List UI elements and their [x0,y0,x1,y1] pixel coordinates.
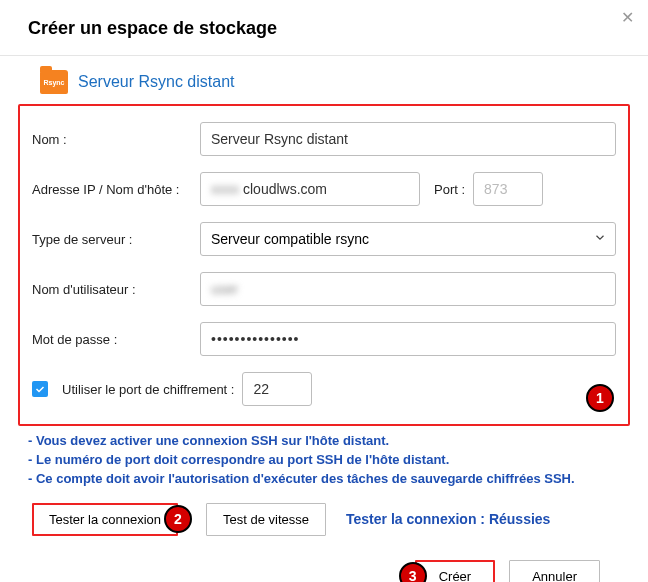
create-button[interactable]: Créer [415,560,496,582]
pass-input[interactable] [200,322,616,356]
port-label: Port : [434,182,465,197]
chevron-down-icon [593,231,607,248]
note-line-3: - Ce compte doit avoir l'autorisation d'… [28,470,620,489]
test-connection-button[interactable]: Tester la connexion [32,503,178,536]
encrypt-checkbox[interactable] [32,381,48,397]
name-label: Nom : [32,132,192,147]
note-line-2: - Le numéro de port doit correspondre au… [28,451,620,470]
notes: - Vous devez activer une connexion SSH s… [18,426,630,503]
test-speed-button[interactable]: Test de vitesse [206,503,326,536]
step-badge-1: 1 [586,384,614,412]
user-input[interactable]: user [200,272,616,306]
close-icon[interactable]: ✕ [621,10,634,26]
dialog-header: Créer un espace de stockage ✕ [0,0,648,56]
name-input[interactable] [200,122,616,156]
rsync-folder-icon: Rsync [40,70,68,94]
form-container: Nom : Adresse IP / Nom d'hôte : xxxx clo… [18,104,630,426]
test-result: Tester la connexion : Réussies [346,511,550,527]
host-label: Adresse IP / Nom d'hôte : [32,182,192,197]
host-input[interactable]: xxxx cloudlws.com [200,172,420,206]
encrypt-label: Utiliser le port de chiffrement : [62,382,234,397]
encrypt-port-input[interactable] [242,372,312,406]
note-line-1: - Vous devez activer une connexion SSH s… [28,432,620,451]
user-label: Nom d'utilisateur : [32,282,192,297]
step-badge-2: 2 [164,505,192,533]
dialog-title: Créer un espace de stockage [28,18,620,39]
servertype-label: Type de serveur : [32,232,192,247]
section-title-text: Serveur Rsync distant [78,73,235,91]
port-input[interactable] [473,172,543,206]
servertype-select[interactable]: Serveur compatible rsync [200,222,616,256]
section-title: Rsync Serveur Rsync distant [18,70,630,104]
dialog-content: Rsync Serveur Rsync distant Nom : Adress… [0,56,648,582]
cancel-button[interactable]: Annuler [509,560,600,582]
pass-label: Mot de passe : [32,332,192,347]
